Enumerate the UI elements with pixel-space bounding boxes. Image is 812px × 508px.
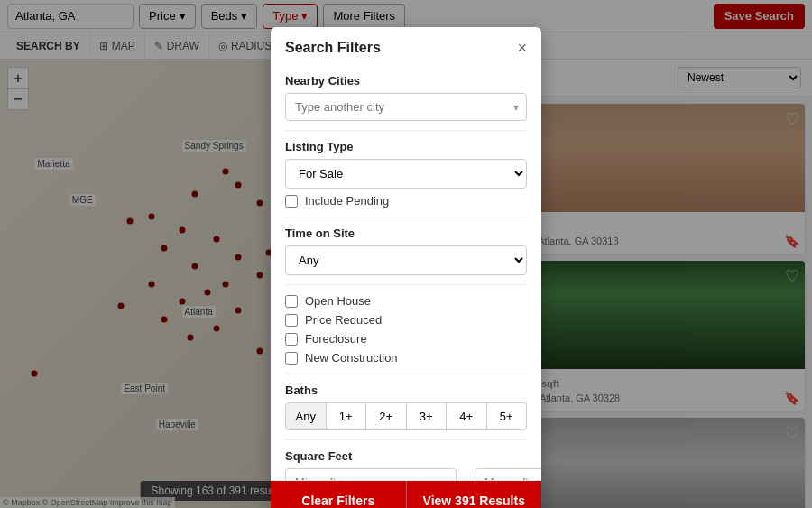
new-construction-checkbox[interactable] [285, 352, 298, 365]
divider [285, 130, 527, 131]
price-reduced-label: Price Reduced [305, 313, 382, 327]
modal-title: Search Filters [285, 40, 381, 56]
open-house-checkbox[interactable] [285, 295, 298, 308]
include-pending-row: Include Pending [285, 194, 527, 208]
time-on-site-label: Time on Site [285, 226, 527, 240]
bath-any-button[interactable]: Any [285, 402, 327, 430]
bath-1plus-button[interactable]: 1+ [327, 402, 367, 430]
open-house-row: Open House [285, 294, 527, 308]
include-pending-checkbox[interactable] [285, 195, 298, 208]
bath-2plus-button[interactable]: 2+ [366, 402, 407, 430]
foreclosure-label: Foreclosure [305, 332, 367, 346]
baths-label: Baths [285, 383, 527, 397]
sqft-row: – [285, 468, 527, 480]
listing-type-label: Listing Type [285, 140, 527, 153]
new-construction-row: New Construction [285, 351, 527, 365]
clear-filters-button[interactable]: Clear Filters [271, 481, 406, 508]
modal-close-button[interactable]: × [517, 40, 527, 56]
open-house-label: Open House [305, 294, 371, 308]
modal-overlay[interactable]: Search Filters × Nearby Cities ▾ Listing… [0, 0, 812, 508]
city-input-wrap: ▾ [285, 93, 527, 121]
baths-row: Any 1+ 2+ 3+ 4+ 5+ [285, 402, 527, 430]
price-reduced-checkbox[interactable] [285, 314, 298, 327]
price-reduced-row: Price Reduced [285, 313, 527, 327]
include-pending-label: Include Pending [305, 194, 389, 208]
bath-5plus-button[interactable]: 5+ [487, 402, 528, 430]
divider [285, 284, 527, 285]
modal-body: Nearby Cities ▾ Listing Type For Sale Fo… [271, 65, 541, 480]
new-construction-label: New Construction [305, 351, 398, 365]
sqft-dash: – [462, 476, 469, 481]
bath-4plus-button[interactable]: 4+ [447, 402, 487, 430]
foreclosure-row: Foreclosure [285, 332, 527, 346]
sqft-min-input[interactable] [285, 468, 457, 480]
view-results-button[interactable]: View 391 Results [406, 481, 542, 508]
divider [285, 439, 527, 440]
sqft-label: Square Feet [285, 449, 527, 463]
city-chevron-icon: ▾ [513, 101, 519, 114]
foreclosure-checkbox[interactable] [285, 333, 298, 346]
modal-footer: Clear Filters View 391 Results [271, 480, 541, 508]
bath-3plus-button[interactable]: 3+ [407, 402, 448, 430]
city-input[interactable] [286, 94, 526, 120]
divider [285, 217, 527, 217]
close-icon: × [517, 39, 527, 57]
nearby-cities-label: Nearby Cities [285, 74, 527, 88]
sqft-max-input[interactable] [475, 468, 541, 480]
time-select[interactable]: Any 1 day 7 days 14 days 30 days [285, 245, 527, 275]
divider [285, 374, 527, 374]
listing-type-select[interactable]: For Sale For Rent Sold [285, 159, 527, 189]
search-filters-modal: Search Filters × Nearby Cities ▾ Listing… [271, 27, 541, 508]
modal-header: Search Filters × [271, 27, 541, 65]
